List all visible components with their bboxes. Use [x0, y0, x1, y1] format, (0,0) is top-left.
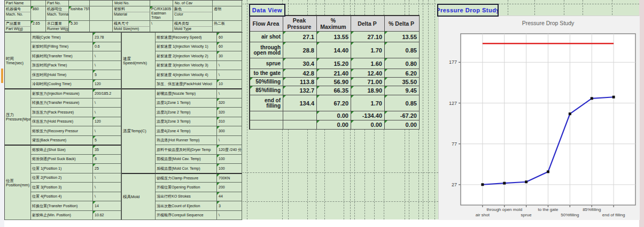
table-cell[interactable]: 27.1 [283, 32, 317, 42]
table-cell[interactable] [150, 1, 173, 6]
table-cell[interactable]: air shot [250, 32, 283, 42]
table-cell[interactable]: 35.50 [385, 78, 420, 86]
column-header[interactable]: Flow Area [250, 16, 283, 32]
param-value-cell[interactable]: 5 [93, 136, 121, 146]
table-cell[interactable]: 14.40 [317, 42, 351, 58]
table-cell[interactable]: 0.00 [385, 120, 420, 130]
table-cell[interactable]: end of filling [250, 95, 283, 111]
param-label-cell[interactable]: 射胶时间(Filling Time) [31, 42, 93, 52]
table-cell[interactable]: 42.8 [283, 69, 317, 78]
param-value-cell[interactable]: \ [93, 126, 121, 136]
param-label-cell[interactable]: 原料干燥温度及时间(Dryer Temp [156, 145, 217, 155]
table-cell[interactable]: 21.40 [317, 69, 351, 78]
table-cell[interactable]: 860 [31, 6, 46, 21]
table-cell[interactable]: 透明 [213, 6, 242, 21]
table-cell[interactable]: Mold No. [113, 1, 150, 6]
column-header[interactable]: Delta P [351, 16, 385, 32]
table-cell[interactable]: Part Name [5, 1, 31, 6]
table-cell[interactable]: 5.30 [69, 21, 90, 32]
param-value-cell[interactable]: \ [217, 61, 242, 71]
table-cell[interactable] [213, 1, 242, 6]
param-label-cell[interactable]: 冷却时间(Cooling Time) [31, 80, 93, 89]
param-label-cell[interactable]: 背压(Back Pressure) [31, 136, 93, 146]
table-cell[interactable]: No. of Cav [173, 1, 213, 6]
param-value-cell[interactable]: \ [93, 192, 121, 202]
pressure-drop-chart[interactable]: 2777127177air shotthrough open moldsprue… [438, 16, 639, 220]
table-cell[interactable]: 67.20 [317, 95, 351, 111]
param-label-cell[interactable]: 熔胶终止(Shot Size) [31, 145, 93, 155]
param-label-cell[interactable]: 顶出次数Count of Ejection [156, 201, 217, 211]
pressure-drop-study-tab[interactable]: Pressure Drop Study [437, 4, 499, 17]
table-cell[interactable]: 塑胶料Material [113, 6, 150, 21]
param-value-cell[interactable]: 35 [93, 145, 121, 155]
param-label-cell[interactable]: 温度2(Zone 2 Temp) [156, 108, 217, 117]
table-cell[interactable]: 机器吨位Mach. Tonnag [46, 6, 69, 21]
param-value-cell[interactable]: 30 [217, 51, 242, 61]
table-cell[interactable]: \ [150, 21, 173, 32]
param-value-cell[interactable]: 120 [93, 80, 121, 89]
table-cell[interactable]: 0.00 [317, 120, 351, 130]
table-cell[interactable]: 30.4 [283, 58, 317, 69]
table-cell[interactable] [69, 1, 90, 6]
param-label-cell[interactable]: 射胶速度 2(Injection Velocity 2) [156, 51, 217, 61]
table-cell[interactable]: PC/RX1805 Eastman Tritan [150, 6, 173, 21]
param-value-cell[interactable]: 10 [217, 80, 242, 89]
param-value-cell[interactable]: 25 [93, 164, 121, 173]
table-cell[interactable]: 水口重量Runner Wt(g) [46, 21, 69, 32]
table-cell[interactable]: -134.40 [351, 111, 385, 120]
group-label-cell[interactable]: 压力Pressure(Mpa) [5, 88, 31, 145]
table-cell[interactable] [31, 1, 46, 6]
column-header[interactable]: % Delta P [385, 16, 420, 32]
table-cell[interactable]: 132.7 [283, 86, 317, 95]
table-cell[interactable]: 27.10 [351, 32, 385, 42]
param-value-cell[interactable]: 44 [217, 192, 242, 202]
table-cell[interactable]: 12.40 [351, 69, 385, 78]
param-label-cell[interactable]: 转换压力(Transfer Pressure) [31, 99, 93, 108]
window-right-edge[interactable] [639, 0, 644, 227]
param-label-cell[interactable]: 转换位置(Transfer Position) [31, 201, 93, 211]
param-label-cell[interactable]: 温度3(Zone 3 Temp) [156, 117, 217, 127]
table-cell[interactable]: 9.45 [385, 86, 420, 95]
group-label-cell[interactable]: 温度Temp(C) [122, 88, 156, 173]
param-label-cell[interactable]: 保压压力(Hold Pressure) [31, 117, 93, 127]
group-label-cell[interactable]: 速度Speed(mm/s) [122, 33, 156, 89]
table-cell[interactable]: 机器编号Mach. No. [5, 6, 31, 21]
param-label-cell[interactable]: 熔后倒退(Post Suck Back) [31, 155, 93, 164]
table-cell[interactable]: through open mold [250, 42, 283, 58]
param-label-cell[interactable]: 前模温度(Mold Cav. Temp) [156, 155, 217, 164]
table-cell[interactable]: 0.00 [351, 120, 385, 130]
param-label-cell[interactable]: 射胶速度 3(Injection Velocity 3) [156, 61, 217, 71]
param-value-cell[interactable]: 200/185.2 [93, 88, 121, 99]
param-value-cell[interactable]: 310 [217, 117, 242, 127]
param-label-cell[interactable]: 温度1(Zone 1 Temp) [156, 99, 217, 108]
param-value-cell[interactable]: 300 [217, 126, 242, 136]
param-label-cell[interactable]: 位置 1(Position 1) [31, 164, 93, 173]
table-cell[interactable]: sprue [250, 58, 283, 69]
param-value-cell[interactable]: \ [93, 173, 121, 183]
table-cell[interactable]: 模具类型Mold Type [173, 21, 213, 32]
param-label-cell[interactable]: 温度4(Zone 4 Temp) [156, 126, 217, 136]
param-value-cell[interactable]: 60 [217, 33, 242, 42]
table-cell[interactable]: -67.20 [385, 111, 420, 120]
param-label-cell[interactable]: 周期(Cycle Time) [31, 33, 93, 42]
param-value-cell[interactable]: 5 [93, 70, 121, 80]
table-cell[interactable]: 6.20 [385, 69, 420, 78]
param-value-cell[interactable]: \ [93, 61, 121, 71]
table-cell[interactable]: 1.70 [351, 95, 385, 111]
table-cell[interactable]: Part No. [46, 1, 69, 6]
param-label-cell[interactable]: 后模温度(Mold Cor. Temp) [156, 164, 217, 173]
param-label-cell[interactable]: 转换时间(Transfer Time) [31, 51, 93, 61]
param-label-cell[interactable]: 射胶压力(Injection Pressure) [31, 88, 93, 99]
table-cell[interactable] [90, 21, 113, 32]
param-label-cell[interactable]: 位置 4(Position 4) [31, 192, 93, 202]
table-cell[interactable]: 13.55 [385, 32, 420, 42]
param-label-cell[interactable]: 射胶速度 1(Injection Velocity 1) [156, 42, 217, 52]
table-cell[interactable]: 71.00 [351, 78, 385, 86]
table-cell[interactable] [90, 1, 113, 6]
table-cell[interactable]: 0.80 [385, 58, 420, 69]
table-cell[interactable]: 113.8 [283, 78, 317, 86]
param-value-cell[interactable]: 120度 /240 分 [217, 145, 242, 155]
data-view-tab[interactable]: Data View [249, 4, 285, 17]
param-label-cell[interactable]: 加压压力(Pack Pressure) [31, 108, 93, 117]
param-value-cell[interactable]: \ [217, 70, 242, 80]
